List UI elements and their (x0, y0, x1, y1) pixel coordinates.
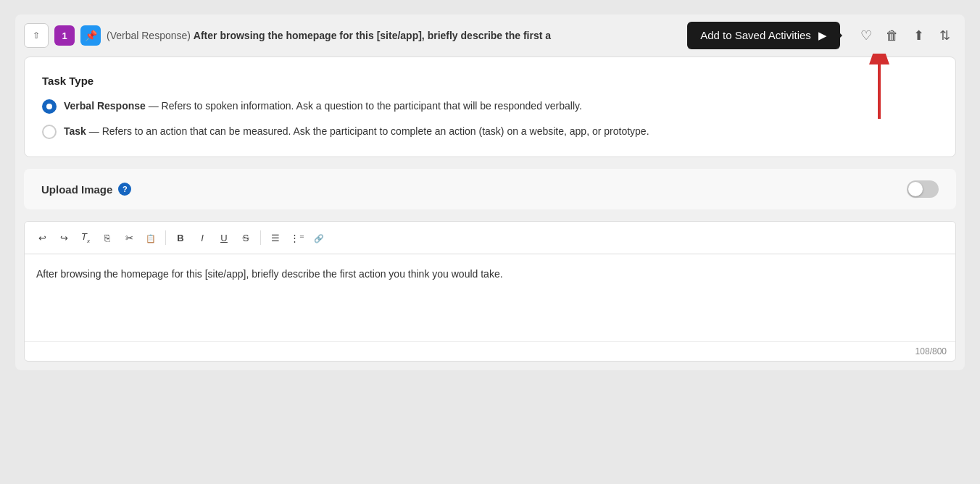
text-editor: Tx (24, 221, 956, 362)
italic-icon (201, 233, 204, 243)
task-option[interactable]: Task — Refers to an action that can be m… (42, 124, 938, 139)
help-icon[interactable]: ? (118, 183, 131, 196)
trash-button[interactable]: 🗑 (881, 24, 904, 47)
export-icon: ⬆ (913, 28, 924, 43)
task-type-radio-group: Verbal Response — Refers to spoken infor… (42, 99, 938, 139)
sort-icon: ⇅ (939, 28, 950, 43)
sort-button[interactable]: ⇅ (933, 24, 956, 47)
bold-icon (177, 233, 183, 243)
copy-button[interactable] (97, 228, 117, 248)
unordered-list-button[interactable]: ☰ (265, 228, 286, 248)
format-button[interactable]: Tx (75, 228, 96, 248)
verbal-response-radio[interactable] (42, 99, 57, 114)
redo-button[interactable] (54, 228, 74, 248)
paste-button[interactable] (141, 228, 161, 248)
strikethrough-icon (243, 233, 249, 243)
main-container: ⇧ 1 📌 (Verbal Response) After browsing t… (15, 14, 965, 370)
italic-button[interactable] (192, 228, 212, 248)
underline-button[interactable] (214, 228, 234, 248)
annotation-arrow (858, 54, 901, 128)
heart-icon: ♡ (860, 28, 872, 43)
underline-icon (220, 233, 227, 243)
pin-badge: 📌 (80, 25, 101, 46)
editor-body[interactable]: After browsing the homepage for this [si… (25, 254, 955, 341)
editor-toolbar: Tx (25, 222, 955, 254)
task-type-title: Task Type (42, 75, 938, 87)
redo-icon (60, 233, 68, 243)
ordered-list-icon: ⋮⁼ (290, 233, 304, 243)
toolbar-separator-1 (165, 230, 166, 245)
task-label: Task — Refers to an action that can be m… (64, 124, 649, 139)
red-arrow-svg (858, 54, 901, 126)
link-icon (314, 233, 324, 243)
strikethrough-button[interactable] (236, 228, 256, 248)
heart-button[interactable]: ♡ (855, 24, 878, 47)
undo-icon (38, 233, 46, 243)
undo-button[interactable] (32, 228, 52, 248)
header-bar: ⇧ 1 📌 (Verbal Response) After browsing t… (24, 23, 956, 48)
task-type-card: Task Type Verbal Response — Refers to sp… (24, 57, 956, 157)
cut-button[interactable] (119, 228, 139, 248)
collapse-button[interactable]: ⇧ (24, 23, 49, 48)
editor-footer: 108/800 (25, 341, 955, 361)
task-radio[interactable] (42, 125, 57, 139)
cut-icon (125, 233, 133, 243)
header-actions: ♡ 🗑 ⬆ ⇅ (855, 24, 956, 47)
add-to-saved-tooltip: Add to Saved Activities ▶ (687, 22, 840, 49)
export-button[interactable]: ⬆ (907, 24, 930, 47)
toolbar-separator-2 (260, 230, 261, 245)
copy-icon (104, 233, 110, 243)
upload-toggle[interactable] (907, 180, 939, 198)
chevron-up-icon: ⇧ (33, 30, 40, 41)
tooltip-arrow-icon: ▶ (818, 29, 827, 41)
pin-icon: 📌 (85, 30, 97, 41)
paste-icon (146, 233, 156, 243)
trash-icon: 🗑 (886, 28, 899, 43)
link-button[interactable] (309, 228, 329, 248)
verbal-response-option[interactable]: Verbal Response — Refers to spoken infor… (42, 99, 938, 114)
ordered-list-button[interactable]: ⋮⁼ (287, 228, 307, 248)
upload-label: Upload Image ? (41, 183, 131, 196)
upload-image-section: Upload Image ? (24, 169, 956, 209)
bold-button[interactable] (170, 228, 191, 248)
verbal-response-label: Verbal Response — Refers to spoken infor… (64, 99, 582, 114)
unordered-list-icon: ☰ (271, 233, 280, 243)
number-badge: 1 (54, 25, 75, 46)
char-count: 108/800 (915, 346, 947, 356)
format-icon: Tx (81, 231, 90, 244)
